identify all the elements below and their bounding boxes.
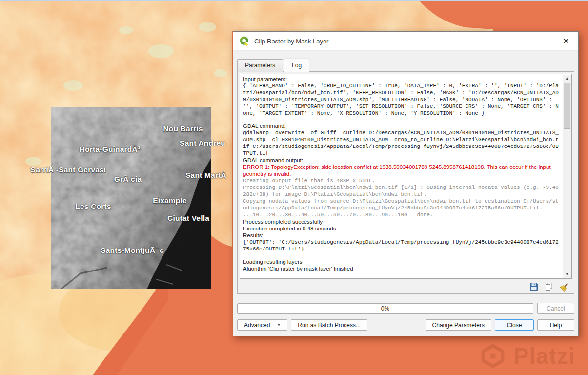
dialog-titlebar: Clip Raster by Mask Layer ✕ bbox=[233, 32, 578, 51]
watermark: Platzi bbox=[480, 343, 575, 369]
platzi-logo-icon bbox=[480, 343, 506, 369]
clear-log-button[interactable] bbox=[559, 282, 569, 292]
progress-row: 0% Cancel bbox=[237, 303, 574, 314]
scroll-up-icon[interactable]: ▲ bbox=[563, 75, 571, 82]
window-top-edge bbox=[0, 0, 588, 1]
log-tab-pane: Input parameters:{ 'ALPHA_BAND' : False,… bbox=[237, 71, 574, 294]
qgis-logo-icon bbox=[239, 36, 250, 46]
chevron-down-icon: ▼ bbox=[277, 323, 281, 327]
log-line: Loading resulting layers bbox=[243, 258, 560, 265]
log-line: Process completed successfully bbox=[243, 218, 560, 225]
close-icon[interactable]: ✕ bbox=[560, 37, 572, 45]
progress-label: 0% bbox=[381, 305, 389, 312]
map-label: Ciutat Vella bbox=[167, 214, 209, 223]
map-label: SarriÃ -Sant Gervasi bbox=[31, 166, 106, 174]
log-line: Input parameters: bbox=[243, 76, 560, 83]
log-line bbox=[243, 252, 560, 258]
log-line: ...10...20...30...40...50...60...70...80… bbox=[243, 211, 560, 218]
log-toolbar bbox=[240, 279, 572, 292]
map-label: Horta-GuinardÃ³ bbox=[80, 145, 140, 154]
close-button[interactable]: Close bbox=[495, 319, 534, 331]
log-line: { 'ALPHA_BAND' : False, 'CROP_TO_CUTLINE… bbox=[243, 83, 560, 117]
map-label: GrÃ cia bbox=[114, 175, 142, 184]
log-line: Processing D:\Platzi\Geospatial\bcn\ndwi… bbox=[243, 184, 560, 198]
district-labels-layer: Nou BarrisSant AndreuHorta-GuinardÃ³Sarr… bbox=[51, 107, 211, 289]
help-button[interactable]: Help bbox=[537, 319, 574, 331]
change-parameters-button[interactable]: Change Parameters bbox=[426, 319, 491, 331]
tab-parameters[interactable]: Parameters bbox=[237, 59, 283, 72]
log-output[interactable]: Input parameters:{ 'ALPHA_BAND' : False,… bbox=[240, 74, 563, 278]
log-line: ERROR 1: TopologyException: side locatio… bbox=[243, 164, 560, 177]
log-scrollbar[interactable]: ▲ ▼ bbox=[563, 75, 571, 278]
run-batch-button[interactable]: Run as Batch Process... bbox=[291, 319, 367, 331]
log-line: Algorithm 'Clip raster by mask layer' fi… bbox=[243, 265, 560, 272]
map-label: Sants-MontjuÃ¯c bbox=[101, 246, 164, 255]
progress-bar: 0% bbox=[237, 303, 533, 314]
copy-log-button[interactable] bbox=[544, 282, 554, 292]
map-label: Sant MartÃ bbox=[185, 171, 226, 180]
copy-icon bbox=[545, 282, 553, 291]
scrollbar-thumb[interactable] bbox=[564, 83, 570, 129]
cancel-button[interactable]: Cancel bbox=[537, 303, 574, 314]
dialog-title: Clip Raster by Mask Layer bbox=[254, 38, 328, 45]
scroll-down-icon[interactable]: ▼ bbox=[563, 271, 571, 278]
map-label: Eixample bbox=[153, 196, 187, 205]
log-line: GDAL command output: bbox=[243, 157, 560, 164]
clip-raster-dialog: Clip Raster by Mask Layer ✕ Parameters L… bbox=[233, 31, 579, 336]
map-label: Les Corts bbox=[75, 202, 111, 211]
tab-bar: Parameters Log bbox=[233, 51, 578, 71]
log-line bbox=[243, 117, 560, 123]
map-label: Sant Andreu bbox=[180, 139, 225, 147]
map-label: Nou Barris bbox=[163, 125, 203, 133]
watermark-text: Platzi bbox=[514, 343, 575, 369]
log-line: Results: bbox=[243, 232, 560, 239]
dialog-button-row: Advanced ▼ Run as Batch Process... Chang… bbox=[237, 319, 574, 331]
log-line: Execution completed in 0.48 seconds bbox=[243, 225, 560, 232]
log-line: Copying nodata values from source D:\Pla… bbox=[243, 198, 560, 211]
advanced-label: Advanced bbox=[244, 322, 270, 329]
broom-icon bbox=[560, 282, 569, 292]
log-line: Creating output file that is 488P x 559L… bbox=[243, 177, 560, 184]
log-line: gdalwarp -overwrite -of GTiff -cutline D… bbox=[243, 129, 560, 157]
advanced-button[interactable]: Advanced ▼ bbox=[237, 319, 287, 331]
log-line: {'OUTPUT': 'C:/Users/studiogenesis/AppDa… bbox=[243, 239, 560, 252]
tab-log[interactable]: Log bbox=[284, 59, 309, 72]
clipped-raster-layer: Nou BarrisSant AndreuHorta-GuinardÃ³Sarr… bbox=[51, 107, 211, 289]
log-line: GDAL command: bbox=[243, 123, 560, 129]
save-log-button[interactable] bbox=[529, 282, 539, 292]
save-icon bbox=[529, 282, 538, 291]
log-area: Input parameters:{ 'ALPHA_BAND' : False,… bbox=[240, 74, 572, 279]
